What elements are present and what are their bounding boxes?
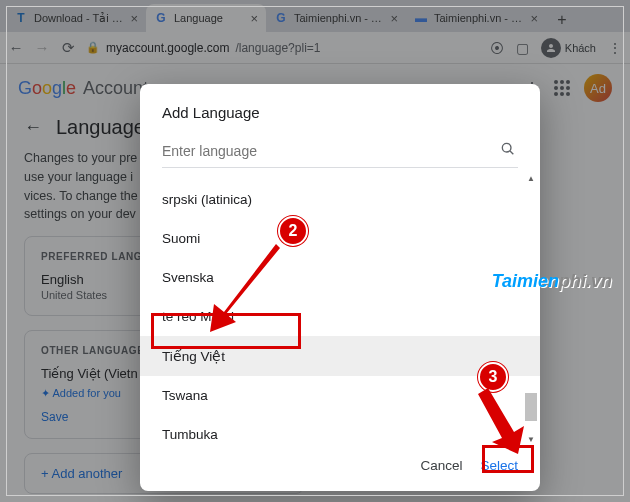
- search-icon: [500, 141, 516, 161]
- list-item[interactable]: Tswana: [140, 376, 540, 415]
- list-item-selected[interactable]: Tiếng Việt: [140, 336, 540, 376]
- add-language-dialog: Add Language srpski (latinica) Suomi Sve…: [140, 84, 540, 491]
- dialog-title: Add Language: [140, 104, 540, 135]
- language-list[interactable]: srpski (latinica) Suomi Svenska te reo M…: [140, 174, 540, 444]
- select-button[interactable]: Select: [480, 458, 518, 473]
- scroll-up-icon[interactable]: ▲: [527, 174, 535, 183]
- scroll-down-icon[interactable]: ▼: [527, 435, 535, 444]
- list-item[interactable]: Suomi: [140, 219, 540, 258]
- cancel-button[interactable]: Cancel: [420, 458, 462, 473]
- list-item[interactable]: Svenska: [140, 258, 540, 297]
- language-search-input[interactable]: [162, 135, 518, 167]
- svg-point-0: [502, 143, 511, 152]
- scrollbar-thumb[interactable]: [525, 393, 537, 421]
- list-item[interactable]: te reo Māori: [140, 297, 540, 336]
- dialog-actions: Cancel Select: [140, 444, 540, 479]
- list-item[interactable]: Tumbuka: [140, 415, 540, 444]
- svg-line-1: [510, 151, 513, 154]
- list-item[interactable]: srpski (latinica): [140, 180, 540, 219]
- search-field-wrap: [162, 135, 518, 168]
- scrollbar[interactable]: ▲ ▼: [524, 174, 538, 444]
